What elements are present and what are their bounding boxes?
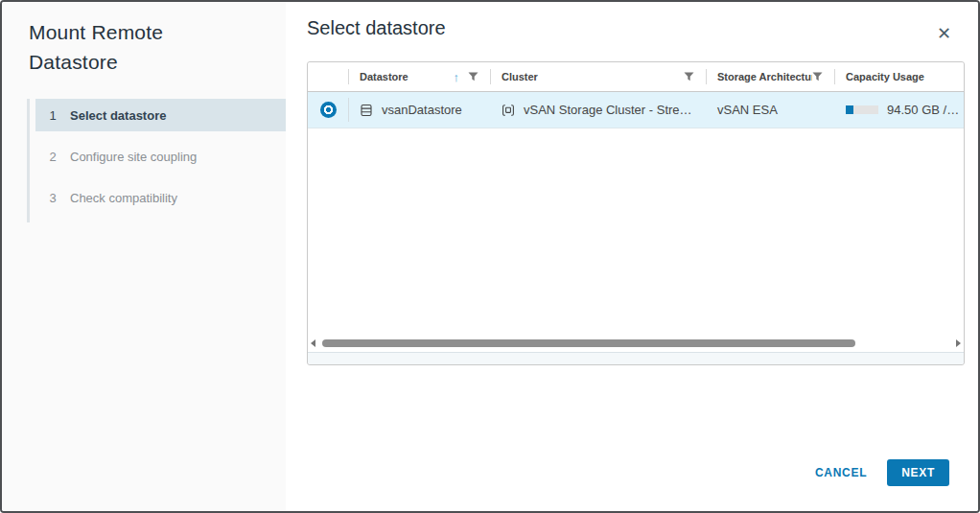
row-radio-selected[interactable] <box>320 102 337 118</box>
page-title: Select datastore <box>307 17 446 39</box>
mount-remote-datastore-dialog: Mount Remote Datastore 1 Select datastor… <box>0 0 980 513</box>
step-number: 2 <box>35 150 70 164</box>
column-label: Cluster <box>502 71 538 82</box>
table-empty-area <box>308 128 964 335</box>
capacity-usage-bar-fill <box>846 105 853 114</box>
column-label: Storage Architecture <box>717 71 812 82</box>
scroll-right-arrow-icon[interactable] <box>956 339 961 347</box>
step-number: 1 <box>35 108 70 123</box>
column-label: Datastore <box>360 71 408 82</box>
filter-icon[interactable] <box>684 72 694 82</box>
capacity-usage-bar <box>846 105 878 114</box>
column-header-storage-architecture[interactable]: Storage Architecture <box>706 62 834 91</box>
step-label: Configure site coupling <box>70 150 197 164</box>
column-header-datastore[interactable]: Datastore ↑ <box>348 62 490 91</box>
close-icon[interactable]: ✕ <box>937 25 951 42</box>
step-number: 3 <box>35 191 70 205</box>
wizard-step-configure-site-coupling[interactable]: 2 Configure site coupling <box>35 140 286 173</box>
next-button[interactable]: NEXT <box>887 459 949 486</box>
horizontal-scrollbar <box>308 335 964 352</box>
storage-architecture-value: vSAN ESA <box>717 103 778 117</box>
column-header-capacity-usage[interactable]: Capacity Usage <box>834 62 964 91</box>
wizard-sidebar: Mount Remote Datastore 1 Select datastor… <box>2 2 286 511</box>
table-header-row: Datastore ↑ Cluster <box>308 62 964 92</box>
step-label: Check compatibility <box>70 191 177 205</box>
wizard-steps: 1 Select datastore 2 Configure site coup… <box>27 99 286 222</box>
cluster-icon <box>502 104 515 117</box>
radio-column-header <box>308 62 348 91</box>
datastore-table: Datastore ↑ Cluster <box>307 61 965 365</box>
dialog-title: Mount Remote Datastore <box>29 17 230 77</box>
scrollbar-thumb[interactable] <box>322 339 855 347</box>
datastore-name: vsanDatastore <box>382 103 462 117</box>
table-footer-bar <box>308 352 964 364</box>
dialog-actions: CANCEL NEXT <box>815 459 949 486</box>
filter-icon[interactable] <box>468 72 478 82</box>
step-content-panel: Select datastore ✕ Datastore ↑ Cluster <box>286 2 978 511</box>
datastore-icon <box>360 104 373 117</box>
column-label: Capacity Usage <box>846 71 924 82</box>
wizard-step-check-compatibility[interactable]: 3 Check compatibility <box>35 181 286 214</box>
table-row-vsandatastore[interactable]: vsanDatastore vSAN Storage Cluster - Str… <box>308 92 964 128</box>
scroll-left-arrow-icon[interactable] <box>311 339 315 347</box>
step-label: Select datastore <box>70 108 166 123</box>
capacity-usage-text: 94.50 GB /… <box>887 103 959 117</box>
wizard-step-select-datastore[interactable]: 1 Select datastore <box>35 99 286 131</box>
cluster-name: vSAN Storage Cluster - Stre… <box>524 103 692 117</box>
filter-icon[interactable] <box>812 72 823 82</box>
sort-ascending-icon[interactable]: ↑ <box>454 71 460 83</box>
column-header-cluster[interactable]: Cluster <box>490 62 706 91</box>
cancel-button[interactable]: CANCEL <box>815 466 867 479</box>
